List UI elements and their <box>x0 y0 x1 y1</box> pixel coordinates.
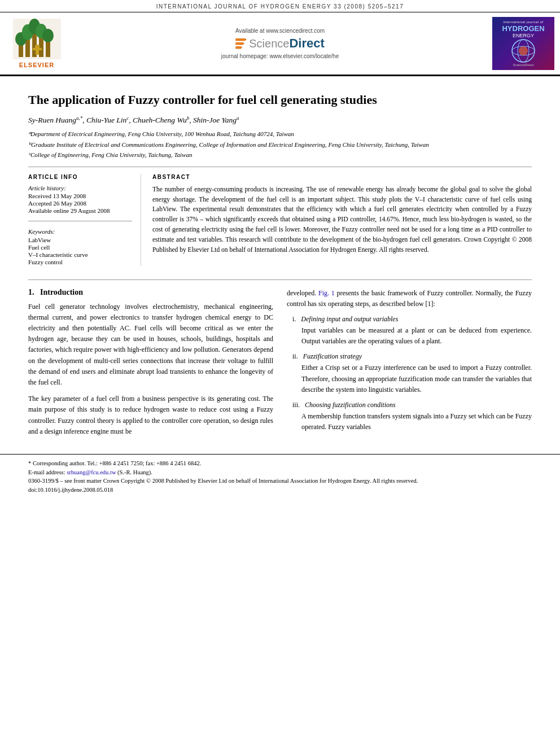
energy-text: ENERGY <box>513 33 534 38</box>
fig1-link[interactable]: Fig. 1 <box>318 289 335 297</box>
sub-iii-title: Choosing fuzzification conditions <box>305 401 396 409</box>
keyword-1: LabView <box>28 237 132 243</box>
keywords-label: Keywords: <box>28 228 132 235</box>
sub-i-label: i. Defining input and output variables <box>292 315 532 324</box>
available-online-date: Available online 29 August 2008 <box>28 207 132 214</box>
paper-title: The application of Fuzzy controller for … <box>28 92 532 108</box>
paper-content: The application of Fuzzy controller for … <box>0 76 560 272</box>
direct-text: Direct <box>289 36 324 50</box>
abstract-panel: ABSTRACT The number of energy-consuming … <box>152 174 532 266</box>
svg-point-17 <box>519 46 528 55</box>
main-body: 1. Introduction Fuel cell generator tech… <box>0 279 560 443</box>
sub-ii-text: Either a Crisp set or a Fuzzy interferen… <box>292 362 532 395</box>
sub-i-text: Input variables can be measured at a pla… <box>292 325 532 347</box>
hydrogen-energy-logo: international journal of HYDROGEN ENERGY… <box>492 17 554 70</box>
sub-item-ii: ii. Fuzzification strategy Either a Cris… <box>287 352 532 395</box>
sub-iii-text: A membership function transfers system s… <box>292 411 532 433</box>
affiliations: ᵃDepartment of Electrical Engineering, F… <box>28 129 532 160</box>
keyword-3: V–I characteristic curve <box>28 251 132 258</box>
elsevier-brand-text: ELSEVIER <box>19 62 54 68</box>
available-at-text: Available at www.sciencedirect.com <box>235 28 325 34</box>
right-para1: developed. Fig. 1 presents the basic fra… <box>287 288 532 309</box>
email-line: E-mail address: srhuang@fcu.edu.tw (S.-R… <box>28 468 532 477</box>
section1-title: 1. Introduction <box>28 288 273 297</box>
journal-homepage-text: journal homepage: www.elsevier.com/locat… <box>221 53 339 59</box>
article-info-panel: ARTICLE INFO Article history: Received 1… <box>28 174 141 266</box>
sub-i-num: i. <box>292 315 296 323</box>
journal-header: ELSEVIER Available at www.sciencedirect.… <box>0 12 560 76</box>
globe-icon <box>511 38 536 63</box>
accepted-date: Accepted 26 May 2008 <box>28 200 132 207</box>
science-text: Science <box>249 37 289 50</box>
sub-ii-label: ii. Fuzzification strategy <box>292 352 532 361</box>
keyword-2: Fuel cell <box>28 244 132 251</box>
copyright-line: 0360-3199/$ – see front matter Crown Cop… <box>28 477 532 486</box>
sciencedirect-text: ScienceDirect <box>249 36 325 51</box>
svg-point-12 <box>35 45 40 49</box>
section1-heading: Introduction <box>40 288 83 296</box>
elsevier-tree-icon <box>13 19 61 59</box>
article-info-heading: ARTICLE INFO <box>28 174 132 180</box>
body-right-col: developed. Fig. 1 presents the basic fra… <box>287 288 532 443</box>
journal-title: INTERNATIONAL JOURNAL OF HYDROGEN ENERGY… <box>156 3 404 10</box>
authors-line: Sy-Ruen Huanga,*, Chiu-Yue Linc, Chueh-C… <box>28 115 532 125</box>
sub-ii-title: Fuzzification strategy <box>303 352 362 360</box>
abstract-text: The number of energy-consuming products … <box>152 185 532 255</box>
sub-ii-num: ii. <box>292 352 298 360</box>
intro-para1: Fuel cell generator technology involves … <box>28 302 273 388</box>
svg-point-10 <box>42 29 54 42</box>
keyword-4: Fuzzy control <box>28 259 132 265</box>
svg-rect-13 <box>36 49 39 55</box>
history-label: Article history: <box>28 185 132 191</box>
affil-a: ᵃDepartment of Electrical Engineering, F… <box>28 129 532 139</box>
body-two-col: 1. Introduction Fuel cell generator tech… <box>28 288 532 443</box>
body-left-col: 1. Introduction Fuel cell generator tech… <box>28 288 273 443</box>
sd-sub-text: ScienceDirect <box>513 63 533 67</box>
center-header: Available at www.sciencedirect.com Scien… <box>73 17 487 70</box>
sd-arrow-3 <box>235 46 242 49</box>
sd-arrow-1 <box>235 38 247 41</box>
section1-num: 1. <box>28 288 34 296</box>
sub-i-title: Defining input and output variables <box>301 315 398 323</box>
sd-arrow-2 <box>235 42 244 45</box>
sub-iii-label: iii. Choosing fuzzification conditions <box>292 401 532 409</box>
sciencedirect-logo: ScienceDirect <box>235 36 325 51</box>
hydrogen-title: HYDROGEN <box>502 25 544 33</box>
info-divider <box>28 221 132 221</box>
elsevier-logo: ELSEVIER <box>6 17 68 70</box>
footnotes-section: * Corresponding author. Tel.: +886 4 245… <box>0 454 560 497</box>
abstract-heading: ABSTRACT <box>152 174 532 180</box>
received-date: Received 13 May 2008 <box>28 193 132 199</box>
sub-item-iii: iii. Choosing fuzzification conditions A… <box>287 401 532 433</box>
author-sy-ruen: Sy-Ruen Huanga,*, Chiu-Yue Linc, Chueh-C… <box>28 116 239 124</box>
journal-header-bar: INTERNATIONAL JOURNAL OF HYDROGEN ENERGY… <box>0 0 560 12</box>
body-divider <box>28 279 532 280</box>
doi-line: doi:10.1016/j.ijhydene.2008.05.018 <box>28 486 532 495</box>
sub-item-i: i. Defining input and output variables I… <box>287 315 532 347</box>
intro-para2: The key parameter of a fuel cell from a … <box>28 394 273 437</box>
email-link[interactable]: srhuang@fcu.edu.tw <box>67 469 116 475</box>
corresponding-author: * Corresponding author. Tel.: +886 4 245… <box>28 459 532 468</box>
article-info-abstract: ARTICLE INFO Article history: Received 1… <box>28 174 532 266</box>
affil-b: ᵇGraduate Institute of Electrical and Co… <box>28 140 532 150</box>
sub-iii-num: iii. <box>292 401 300 409</box>
section-divider <box>28 167 532 167</box>
affil-c: ᶜCollege of Engineering, Feng Chia Unive… <box>28 150 532 160</box>
sd-arrows-icon <box>235 38 247 49</box>
